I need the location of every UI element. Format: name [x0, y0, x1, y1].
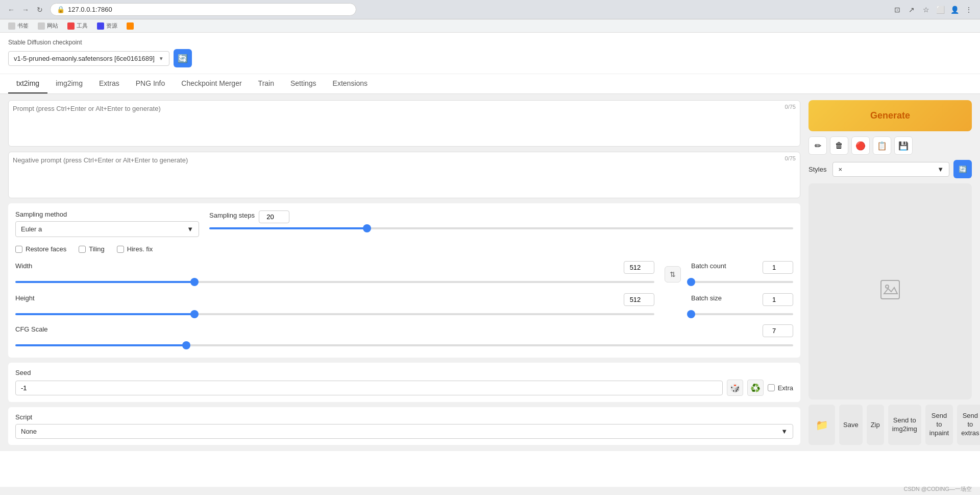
cast-button[interactable]: ⊡ — [891, 4, 903, 16]
folder-button[interactable]: 📁 — [808, 405, 835, 445]
address-bar[interactable]: 🔒 127.0.0.1:7860 — [50, 3, 356, 16]
forward-button[interactable]: → — [19, 4, 32, 16]
bookmark-5[interactable] — [122, 21, 138, 31]
script-select[interactable]: None ▼ — [15, 424, 793, 439]
action-buttons-row: ✏ 🗑 🔴 📋 💾 — [808, 136, 972, 155]
batch-size-slider[interactable] — [691, 309, 793, 319]
styles-select[interactable]: × ▼ — [832, 162, 949, 177]
height-slider[interactable] — [15, 309, 654, 319]
send-img2img-button[interactable]: Send toimg2img — [888, 405, 921, 445]
checkpoint-row: v1-5-pruned-emaonly.safetensors [6ce0161… — [8, 49, 972, 67]
seed-input[interactable] — [15, 381, 723, 395]
share-button[interactable]: ↗ — [905, 4, 918, 16]
tiling-box — [79, 246, 86, 253]
swap-dimensions-button[interactable]: ⇅ — [665, 266, 681, 282]
styles-refresh-button[interactable]: 🔄 — [953, 160, 972, 178]
save-styles-button[interactable]: 💾 — [894, 136, 913, 155]
bookmarks-bar: 书签 网站 工具 资源 — [0, 19, 980, 33]
tab-img2img[interactable]: img2img — [47, 74, 91, 93]
cfg-scale-group: CFG Scale — [15, 324, 793, 350]
seed-section: Seed 🎲 ♻️ Extra — [8, 363, 800, 402]
prompt-textarea[interactable] — [13, 105, 796, 140]
bookmark-button[interactable]: ☆ — [920, 4, 932, 16]
recycle-button[interactable]: ♻️ — [747, 380, 764, 396]
reload-button[interactable]: ↻ — [34, 4, 46, 16]
tab-extensions[interactable]: Extensions — [325, 74, 376, 93]
hires-fix-checkbox[interactable]: Hires. fix — [117, 245, 153, 253]
batch-count-input[interactable] — [763, 261, 793, 274]
tab-settings[interactable]: Settings — [282, 74, 325, 93]
steps-slider[interactable] — [209, 223, 793, 233]
zip-button[interactable]: Zip — [867, 405, 884, 445]
tiling-label: Tiling — [89, 245, 105, 253]
generate-button[interactable]: Generate — [808, 100, 972, 131]
width-slider[interactable] — [15, 277, 654, 287]
cfg-scale-label-row: CFG Scale — [15, 324, 793, 337]
width-label-row: Width — [15, 261, 654, 274]
edit-button[interactable]: ✏ — [808, 136, 827, 155]
tab-train[interactable]: Train — [250, 74, 282, 93]
height-group: Height — [15, 293, 654, 319]
steps-slider-wrapper — [209, 223, 793, 233]
bookmark-favicon-2 — [38, 22, 45, 30]
save-button[interactable]: Save — [839, 405, 863, 445]
sampling-row: Sampling method Euler a ▼ Sampling steps — [15, 210, 793, 237]
extra-checkbox-box — [768, 384, 775, 391]
sampling-method-arrow-icon: ▼ — [187, 225, 193, 233]
prompt-container: 0/75 — [8, 100, 800, 147]
send-extras-button[interactable]: Send toextras — [957, 405, 980, 445]
tab-png-info[interactable]: PNG Info — [128, 74, 174, 93]
menu-button[interactable]: ⋮ — [963, 4, 975, 16]
styles-arrow-icon: ▼ — [937, 166, 944, 173]
left-panel: 0/75 0/75 Sampling method Euler a ▼ — [8, 100, 800, 445]
browser-chrome: ← → ↻ 🔒 127.0.0.1:7860 ⊡ ↗ ☆ ⬜ 👤 ⋮ — [0, 0, 980, 19]
tabs-bar: txt2img img2img Extras PNG Info Checkpoi… — [0, 74, 980, 94]
send-inpaint-button[interactable]: Send toinpaint — [925, 405, 953, 445]
profile-button[interactable]: 👤 — [948, 4, 961, 16]
controls-section: Sampling method Euler a ▼ Sampling steps — [8, 203, 800, 358]
batch-count-slider[interactable] — [691, 277, 793, 287]
batch-size-input[interactable] — [763, 293, 793, 306]
restore-faces-box — [15, 246, 22, 253]
extra-checkbox[interactable]: Extra — [768, 384, 793, 392]
dimensions-row: Width Height — [15, 261, 793, 319]
bookmark-4[interactable]: 资源 — [93, 21, 121, 31]
cfg-scale-input[interactable] — [763, 324, 793, 337]
bookmark-favicon-5 — [127, 22, 134, 30]
window-button[interactable]: ⬜ — [934, 4, 946, 16]
back-button[interactable]: ← — [5, 4, 17, 16]
height-input[interactable] — [624, 293, 654, 306]
trash-button[interactable]: 🗑 — [830, 136, 848, 155]
checkpoint-refresh-button[interactable]: 🔄 — [174, 49, 192, 67]
batch-size-label: Batch size — [691, 294, 722, 302]
bookmark-1[interactable]: 书签 — [4, 21, 33, 31]
checkboxes-row: Restore faces Tiling Hires. fix — [15, 245, 793, 253]
tab-txt2img[interactable]: txt2img — [8, 74, 47, 93]
cfg-scale-slider[interactable] — [15, 340, 793, 350]
restore-faces-checkbox[interactable]: Restore faces — [15, 245, 66, 253]
dice-button[interactable]: 🎲 — [727, 380, 743, 396]
checkpoint-value: v1-5-pruned-emaonly.safetensors [6ce0161… — [14, 55, 155, 62]
sampling-method-select[interactable]: Euler a ▼ — [15, 221, 199, 237]
script-value: None — [21, 428, 37, 435]
width-label: Width — [15, 262, 32, 270]
tiling-checkbox[interactable]: Tiling — [79, 245, 105, 253]
tab-checkpoint-merger[interactable]: Checkpoint Merger — [173, 74, 250, 93]
prompt-counter: 0/75 — [785, 104, 796, 110]
bookmark-2[interactable]: 网站 — [34, 21, 62, 31]
sampling-steps-input[interactable] — [259, 210, 289, 223]
svg-point-1 — [886, 285, 889, 288]
checkpoint-select[interactable]: v1-5-pruned-emaonly.safetensors [6ce0161… — [8, 51, 169, 66]
clipboard-button[interactable]: 📋 — [873, 136, 891, 155]
app-container: Stable Diffusion checkpoint v1-5-pruned-… — [0, 33, 980, 487]
negative-prompt-textarea[interactable] — [13, 156, 796, 192]
image-placeholder-icon — [880, 279, 900, 304]
extra-info-button[interactable]: 🔴 — [851, 136, 870, 155]
script-label: Script — [15, 413, 793, 421]
styles-row: Styles × ▼ 🔄 — [808, 160, 972, 178]
width-input[interactable] — [624, 261, 654, 274]
bookmark-3[interactable]: 工具 — [63, 21, 92, 31]
tab-extras[interactable]: Extras — [91, 74, 128, 93]
steps-label-row: Sampling steps — [209, 210, 793, 223]
batch-size-label-row: Batch size — [691, 293, 793, 306]
